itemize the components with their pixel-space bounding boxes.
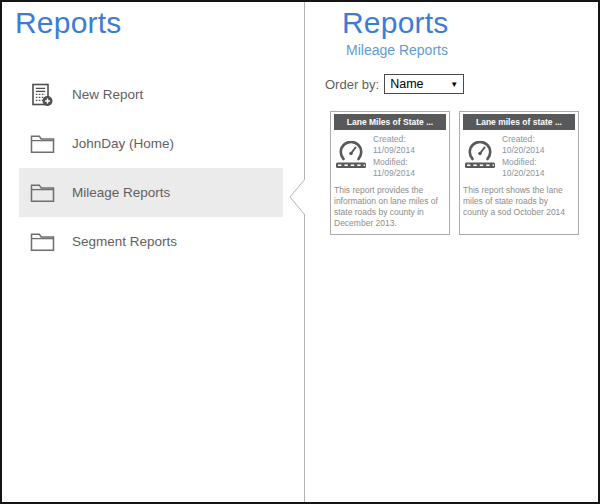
order-by-label: Order by: (325, 77, 379, 92)
sidebar-title: Reports (15, 6, 304, 39)
order-by-selected-value: Name (390, 77, 423, 91)
content-title: Reports (342, 6, 600, 39)
selected-item-pointer-icon (288, 178, 306, 216)
created-label: Created: (373, 134, 406, 144)
modified-label: Modified: (502, 157, 537, 167)
modified-value: 10/20/2014 (502, 168, 545, 178)
folder-breadcrumb: Mileage Reports (346, 42, 600, 58)
report-card-list: Lane Miles of State ... Created: 11/09/2… (330, 111, 600, 235)
sidebar-item-label: JohnDay (Home) (72, 136, 174, 151)
sidebar-menu: New Report JohnDay (Home) Mileage Report… (2, 70, 304, 266)
report-card[interactable]: Lane miles of state ... Created: 10/20/2… (459, 111, 579, 235)
modified-value: 11/09/2014 (373, 168, 415, 178)
new-report-icon (29, 83, 55, 107)
report-card-title: Lane miles of state ... (463, 114, 575, 130)
report-card-dates: Created: 11/09/2014 Modified: 11/09/2014 (373, 134, 446, 180)
report-card-description: This report provides the information on … (334, 185, 446, 229)
order-by-row: Order by: Name ▼ (325, 74, 600, 94)
modified-label: Modified: (373, 157, 408, 167)
gauge-road-icon (334, 141, 368, 173)
sidebar-item-label: Mileage Reports (72, 185, 170, 200)
report-card-dates: Created: 10/20/2014 Modified: 10/20/2014 (502, 134, 575, 180)
report-card-title: Lane Miles of State ... (334, 114, 446, 130)
sidebar-item-mileage-reports[interactable]: Mileage Reports (19, 168, 283, 217)
sidebar-item-new-report[interactable]: New Report (19, 70, 283, 119)
order-by-select[interactable]: Name ▼ (384, 74, 464, 94)
reports-sidebar: Reports New Report (2, 2, 304, 502)
sidebar-item-label: Segment Reports (72, 234, 177, 249)
created-value: 11/09/2014 (373, 145, 415, 155)
sidebar-item-johnday-home[interactable]: JohnDay (Home) (19, 119, 283, 168)
chevron-down-icon: ▼ (450, 80, 458, 89)
created-label: Created: (502, 134, 535, 144)
folder-icon (29, 232, 55, 252)
sidebar-item-label: New Report (72, 87, 143, 102)
report-card-description: This report shows the lane miles of stat… (463, 185, 575, 218)
created-value: 10/20/2014 (502, 145, 545, 155)
report-card[interactable]: Lane Miles of State ... Created: 11/09/2… (330, 111, 450, 235)
sidebar-item-segment-reports[interactable]: Segment Reports (19, 217, 283, 266)
gauge-road-icon (463, 141, 497, 173)
folder-icon (29, 134, 55, 154)
reports-content-panel: Reports Mileage Reports Order by: Name ▼… (305, 2, 600, 502)
folder-icon (29, 183, 55, 203)
